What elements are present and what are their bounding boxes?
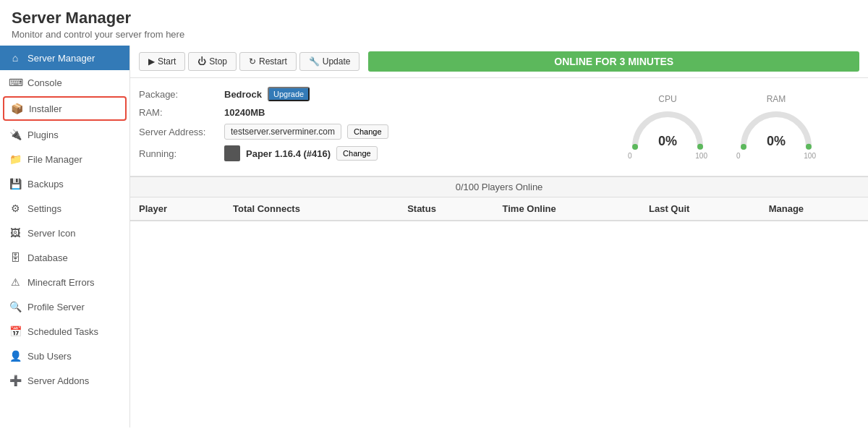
server-details: Package: Bedrock Upgrade RAM: 10240MB Se…: [139, 87, 584, 167]
sidebar-label-minecraft-errors: Minecraft Errors: [27, 277, 94, 288]
players-section: 0/100 Players Online PlayerTotal Connect…: [130, 176, 868, 427]
sidebar: ⌂Server Manager⌨Console📦Installer🔌Plugin…: [0, 46, 130, 427]
ram-value: 0%: [767, 134, 786, 149]
col-total-connects: Total Connects: [224, 197, 399, 221]
server-icon-icon: 🖼: [9, 227, 22, 239]
sidebar-label-server-addons: Server Addons: [27, 375, 89, 386]
address-label: Server Address:: [139, 127, 218, 137]
ram-gauge-visual: 0%: [736, 107, 816, 150]
database-icon: 🗄: [9, 252, 22, 263]
restart-icon: ↻: [249, 56, 256, 67]
minecraft-errors-icon: ⚠: [9, 276, 22, 288]
file-manager-icon: 📁: [9, 153, 22, 165]
sidebar-label-settings: Settings: [27, 203, 61, 214]
ram-gauge: RAM 0% 0 100: [736, 94, 816, 160]
server-info-section: Package: Bedrock Upgrade RAM: 10240MB Se…: [130, 78, 868, 176]
sidebar-item-scheduled-tasks[interactable]: 📅Scheduled Tasks: [0, 319, 129, 344]
sidebar-item-installer[interactable]: 📦Installer: [3, 96, 127, 121]
ram-row: RAM: 10240MB: [139, 107, 584, 118]
sidebar-label-server-manager: Server Manager: [27, 53, 95, 64]
players-table: PlayerTotal ConnectsStatusTime OnlineLas…: [130, 197, 868, 221]
change-running-button[interactable]: Change: [336, 146, 378, 161]
players-header: 0/100 Players Online: [130, 176, 868, 197]
running-label: Running:: [139, 148, 218, 159]
sidebar-item-profile-server[interactable]: 🔍Profile Server: [0, 294, 129, 319]
page-title: Server Manager: [12, 9, 856, 27]
main-content: ▶ Start ⏻ Stop ↻ Restart 🔧 Update ONLINE…: [130, 46, 868, 427]
sidebar-label-scheduled-tasks: Scheduled Tasks: [27, 326, 98, 337]
installer-icon: 📦: [10, 103, 23, 114]
change-address-button[interactable]: Change: [347, 124, 388, 139]
package-label: Package:: [139, 89, 218, 100]
plugins-icon: 🔌: [9, 129, 22, 140]
sidebar-item-server-manager[interactable]: ⌂Server Manager: [0, 46, 129, 70]
page-header: Server Manager Monitor and control your …: [0, 0, 868, 46]
sidebar-item-sub-users[interactable]: 👤Sub Users: [0, 344, 129, 368]
col-last-quit: Last Quit: [640, 197, 760, 221]
col-status: Status: [399, 197, 493, 221]
stop-icon: ⏻: [197, 56, 206, 67]
layout: ⌂Server Manager⌨Console📦Installer🔌Plugin…: [0, 46, 868, 427]
stop-button[interactable]: ⏻ Stop: [188, 52, 237, 71]
update-button[interactable]: 🔧 Update: [299, 52, 360, 71]
restart-button[interactable]: ↻ Restart: [239, 52, 297, 71]
cpu-gauge-visual: 0%: [628, 107, 707, 150]
start-icon: ▶: [148, 56, 155, 67]
cpu-ticks: 0 100: [628, 152, 707, 160]
upgrade-button[interactable]: Upgrade: [268, 87, 310, 101]
profile-server-icon: 🔍: [9, 301, 22, 312]
sidebar-label-database: Database: [27, 252, 68, 263]
cpu-value: 0%: [658, 134, 677, 149]
ram-ticks: 0 100: [736, 152, 816, 160]
sidebar-item-settings[interactable]: ⚙Settings: [0, 196, 129, 221]
page-subtitle: Monitor and control your server from her…: [12, 29, 856, 40]
update-icon: 🔧: [309, 56, 320, 67]
sidebar-label-profile-server: Profile Server: [27, 302, 85, 312]
server-address: testserver.serverminer.com: [224, 124, 341, 140]
cpu-gauge: CPU 0% 0 100: [628, 94, 707, 160]
players-table-wrap[interactable]: PlayerTotal ConnectsStatusTime OnlineLas…: [130, 197, 868, 427]
sidebar-label-file-manager: File Manager: [27, 154, 82, 165]
ram-gauge-label: RAM: [767, 94, 786, 104]
sidebar-label-plugins: Plugins: [27, 129, 59, 140]
settings-icon: ⚙: [9, 203, 22, 214]
running-software-icon: [224, 145, 240, 161]
package-value: Bedrock: [224, 89, 262, 100]
sidebar-item-backups[interactable]: 💾Backups: [0, 171, 129, 196]
ram-label: RAM:: [139, 107, 218, 118]
start-button[interactable]: ▶ Start: [139, 52, 185, 71]
sidebar-label-installer: Installer: [29, 103, 62, 114]
sidebar-item-minecraft-errors[interactable]: ⚠Minecraft Errors: [0, 270, 129, 294]
sidebar-item-file-manager[interactable]: 📁File Manager: [0, 147, 129, 171]
sidebar-label-backups: Backups: [27, 179, 64, 190]
sidebar-item-server-icon[interactable]: 🖼Server Icon: [0, 221, 129, 245]
sidebar-item-console[interactable]: ⌨Console: [0, 70, 129, 95]
sub-users-icon: 👤: [9, 350, 22, 362]
address-row: Server Address: testserver.serverminer.c…: [139, 124, 584, 140]
col-player: Player: [130, 197, 224, 221]
gauges-section: CPU 0% 0 100 RAM: [584, 87, 859, 167]
package-row: Package: Bedrock Upgrade: [139, 87, 584, 101]
sidebar-label-server-icon: Server Icon: [27, 228, 75, 239]
col-time-online: Time Online: [494, 197, 640, 221]
toolbar: ▶ Start ⏻ Stop ↻ Restart 🔧 Update ONLINE…: [130, 46, 868, 78]
running-value: Paper 1.16.4 (#416): [246, 148, 331, 159]
table-header: PlayerTotal ConnectsStatusTime OnlineLas…: [130, 197, 868, 221]
sidebar-label-sub-users: Sub Users: [27, 351, 72, 362]
server-manager-icon: ⌂: [9, 52, 22, 64]
sidebar-label-console: Console: [27, 77, 62, 88]
col-manage: Manage: [760, 197, 868, 221]
server-addons-icon: ➕: [9, 375, 22, 386]
console-icon: ⌨: [9, 77, 22, 88]
running-row: Running: Paper 1.16.4 (#416) Change: [139, 145, 584, 161]
cpu-label: CPU: [658, 94, 676, 104]
status-banner: ONLINE FOR 3 MINUTES: [368, 51, 859, 72]
ram-value: 10240MB: [224, 107, 265, 118]
scheduled-tasks-icon: 📅: [9, 326, 22, 337]
sidebar-item-server-addons[interactable]: ➕Server Addons: [0, 368, 129, 393]
sidebar-item-plugins[interactable]: 🔌Plugins: [0, 122, 129, 147]
backups-icon: 💾: [9, 178, 22, 190]
sidebar-item-database[interactable]: 🗄Database: [0, 245, 129, 270]
